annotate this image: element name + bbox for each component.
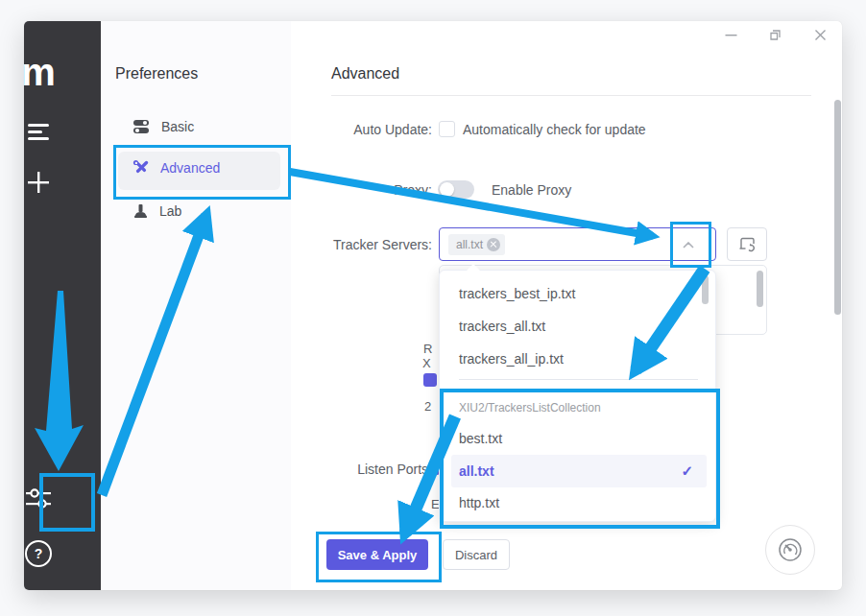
title-divider [331, 95, 811, 96]
textarea-scrollbar[interactable] [757, 271, 763, 307]
sidebar-item-basic[interactable]: Basic [132, 119, 194, 134]
proxy-toggle-label[interactable]: Enable Proxy [492, 182, 571, 198]
sidebar-item-lab[interactable]: Lab [133, 203, 181, 219]
task-list-icon [27, 122, 50, 143]
discard-button[interactable]: Discard [443, 539, 510, 570]
chevron-up-icon[interactable] [683, 242, 694, 249]
dropdown-group-label: XIU2/TrackersListCollection [459, 398, 601, 417]
close-button[interactable] [812, 27, 828, 42]
dropdown-scrollbar[interactable] [702, 275, 709, 304]
tag-close-icon[interactable] [487, 238, 500, 251]
motrix-logo-icon: m [0, 50, 77, 94]
maximize-button[interactable] [767, 27, 782, 42]
sync-icon [738, 237, 757, 252]
sidebar-item-label: Lab [159, 203, 181, 219]
check-icon: ✓ [681, 462, 693, 480]
close-icon [814, 29, 827, 41]
listen-ports-label: Listen Ports: [295, 462, 432, 477]
proxy-label: Proxy: [295, 182, 432, 198]
sidebar-item-label: Basic [161, 119, 194, 134]
dropdown-divider [459, 379, 698, 380]
sync-trackers-button[interactable] [727, 227, 767, 261]
hidden-text-line3: 2 [424, 399, 431, 414]
toggles-icon [132, 119, 150, 134]
hidden-checked-checkbox[interactable] [423, 373, 437, 387]
speed-limit-button[interactable] [765, 525, 815, 575]
screenshot-stage: m ? Preferences Basic [0, 0, 866, 616]
task-list-icon[interactable] [0, 119, 77, 146]
dropdown-option[interactable]: trackers_all_ip.txt [459, 343, 689, 375]
preferences-panel [101, 21, 291, 590]
page-title: Advanced [331, 65, 399, 83]
tracker-servers-label: Tracker Servers: [295, 237, 432, 252]
minimize-icon [725, 29, 737, 41]
speedometer-icon [777, 536, 804, 563]
dropdown-notch [467, 264, 480, 271]
sidebar-item-label: Advanced [160, 160, 220, 176]
dropdown-option[interactable]: http.txt [459, 486, 689, 519]
tracker-servers-select[interactable]: all.txt [439, 227, 716, 261]
sidebar-item-advanced[interactable]: Advanced [132, 159, 220, 176]
selected-option-label: all.txt [459, 463, 494, 479]
selected-tag-label: all.txt [456, 238, 483, 251]
hidden-hint-line1: R [423, 342, 432, 356]
plus-icon [26, 170, 51, 195]
dropdown-option-selected[interactable]: all.txt ✓ [451, 455, 707, 487]
hidden-hint-line2: X [422, 356, 431, 370]
preferences-sliders-icon[interactable] [0, 486, 77, 512]
auto-update-checkbox-label[interactable]: Automatically check for update [463, 122, 646, 137]
save-apply-button[interactable]: Save & Apply [326, 539, 428, 570]
help-button[interactable]: ? [0, 540, 77, 567]
auto-update-label: Auto Update: [295, 122, 432, 137]
content-scrollbar[interactable] [834, 100, 841, 315]
question-mark-icon: ? [25, 540, 52, 567]
add-task-icon[interactable] [0, 169, 77, 196]
lab-stamp-icon [133, 203, 148, 219]
tools-icon [132, 159, 149, 176]
dropdown-option[interactable]: best.txt [459, 422, 689, 455]
preferences-title: Preferences [115, 65, 198, 83]
proxy-toggle[interactable] [438, 180, 474, 199]
sliders-icon [25, 487, 52, 510]
toggle-knob [440, 182, 454, 197]
dropdown-option[interactable]: trackers_all.txt [459, 310, 689, 343]
minimize-button[interactable] [723, 27, 738, 42]
tracker-dropdown-panel: trackers_best_ip.txt trackers_all.txt tr… [439, 270, 716, 522]
maximize-icon [769, 29, 782, 41]
dropdown-option[interactable]: trackers_best_ip.txt [459, 277, 689, 310]
selected-tag[interactable]: all.txt [448, 234, 505, 255]
auto-update-checkbox[interactable] [439, 121, 455, 137]
